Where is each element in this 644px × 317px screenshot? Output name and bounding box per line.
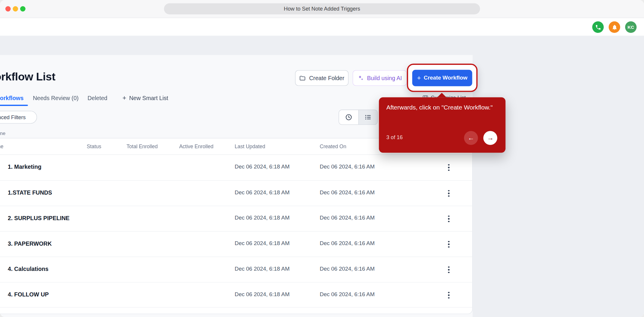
table-row[interactable]: 1. Marketing Dec 06 2024, 6:18 AM Dec 06… xyxy=(0,155,472,180)
app-window: How to Set Note Added Triggers KC Workfl… xyxy=(0,0,644,317)
table-row[interactable]: 4. FOLLOW UP Dec 06 2024, 6:18 AM Dec 06… xyxy=(0,282,472,308)
created-on: Dec 06 2024, 6:16 AM xyxy=(320,215,375,221)
phone-icon xyxy=(595,24,601,30)
table-footer-edge xyxy=(0,307,472,313)
table-row[interactable]: 1.STATE FUNDS Dec 06 2024, 6:18 AM Dec 0… xyxy=(0,180,472,206)
magic-wand-icon xyxy=(358,75,364,81)
avatar[interactable]: KC xyxy=(625,21,637,33)
column-header-last-updated: Last Updated xyxy=(235,144,265,150)
column-header-status: Status xyxy=(87,144,101,150)
screen: How to Set Note Added Triggers KC Workfl… xyxy=(0,0,644,317)
page-title: Workflow List xyxy=(0,71,55,83)
tab-workflows[interactable]: Workflows xyxy=(0,95,24,101)
column-header-active-enrolled: Active Enrolled xyxy=(179,144,214,150)
create-folder-button[interactable]: Create Folder xyxy=(295,70,348,86)
create-folder-label: Create Folder xyxy=(309,75,344,81)
table-body: 1. Marketing Dec 06 2024, 6:18 AM Dec 06… xyxy=(0,155,472,307)
last-updated: Dec 06 2024, 6:18 AM xyxy=(235,240,290,246)
tooltip-previous-button[interactable]: ← xyxy=(464,131,478,145)
workflow-name[interactable]: 4. Calculations xyxy=(8,266,48,272)
list-icon xyxy=(364,114,371,121)
create-workflow-button[interactable]: + Create Workflow xyxy=(412,70,472,86)
row-menu-button[interactable] xyxy=(443,188,454,199)
clock-icon xyxy=(345,114,352,121)
tutorial-tooltip: Afterwards, click on "Create Workflow." … xyxy=(379,97,506,153)
phone-button[interactable] xyxy=(592,21,604,33)
history-view-button[interactable] xyxy=(339,110,358,124)
created-on: Dec 06 2024, 6:16 AM xyxy=(320,240,375,246)
last-updated: Dec 06 2024, 6:18 AM xyxy=(235,266,290,272)
workflow-name[interactable]: 4. FOLLOW UP xyxy=(8,291,49,298)
new-smart-list-label: New Smart List xyxy=(129,95,168,101)
app-header: KC xyxy=(0,18,644,36)
bell-icon xyxy=(611,24,618,30)
close-window-button[interactable] xyxy=(5,6,11,11)
tooltip-text: Afterwards, click on "Create Workflow." xyxy=(386,104,497,112)
row-menu-button[interactable] xyxy=(443,289,454,301)
active-tab-underline xyxy=(0,105,28,106)
column-header-total-enrolled: Total Enrolled xyxy=(127,144,158,150)
tutorial-highlight-ring: + Create Workflow xyxy=(407,64,478,92)
fullscreen-window-button[interactable] xyxy=(20,6,26,11)
notifications-button[interactable] xyxy=(609,21,620,33)
created-on: Dec 06 2024, 6:16 AM xyxy=(320,266,375,272)
column-header-name: Name xyxy=(0,144,4,150)
tab-needs-review[interactable]: Needs Review (0) xyxy=(33,95,79,101)
window-titlebar: How to Set Note Added Triggers xyxy=(0,0,644,18)
workflow-name[interactable]: 2. SURPLUS PIPELINE xyxy=(8,215,70,221)
last-updated: Dec 06 2024, 6:18 AM xyxy=(235,163,290,170)
table-row[interactable]: 2. SURPLUS PIPELINE Dec 06 2024, 6:18 AM… xyxy=(0,206,472,231)
last-updated: Dec 06 2024, 6:18 AM xyxy=(235,189,290,195)
build-using-ai-label: Build using AI xyxy=(367,75,402,81)
column-header-created-on: Created On xyxy=(320,144,346,150)
plus-icon: + xyxy=(417,75,421,81)
list-view-button[interactable] xyxy=(358,110,377,124)
minimize-window-button[interactable] xyxy=(13,6,18,11)
tooltip-next-button[interactable]: → xyxy=(483,131,497,145)
search-by-name-fragment: ne xyxy=(0,131,6,136)
build-using-ai-button[interactable]: Build using AI xyxy=(353,70,407,86)
view-toggle-group xyxy=(339,109,378,125)
workflow-name[interactable]: 1.STATE FUNDS xyxy=(8,189,52,196)
created-on: Dec 06 2024, 6:16 AM xyxy=(320,163,375,170)
table-row[interactable]: 3. PAPERWORK Dec 06 2024, 6:18 AM Dec 06… xyxy=(0,231,472,257)
table-row[interactable]: 4. Calculations Dec 06 2024, 6:18 AM Dec… xyxy=(0,257,472,282)
row-menu-button[interactable] xyxy=(443,239,454,250)
tooltip-step-counter: 3 of 16 xyxy=(386,134,403,140)
row-menu-button[interactable] xyxy=(443,264,454,275)
row-menu-button[interactable] xyxy=(443,162,454,173)
created-on: Dec 06 2024, 6:16 AM xyxy=(320,291,375,297)
window-title: How to Set Note Added Triggers xyxy=(164,3,480,14)
workflow-name[interactable]: 3. PAPERWORK xyxy=(8,240,52,247)
plus-icon: + xyxy=(123,95,126,101)
last-updated: Dec 06 2024, 6:18 AM xyxy=(235,215,290,221)
row-menu-button[interactable] xyxy=(443,213,454,225)
new-smart-list-button[interactable]: + New Smart List xyxy=(123,95,168,101)
created-on: Dec 06 2024, 6:16 AM xyxy=(320,189,375,195)
folder-icon xyxy=(299,75,306,81)
create-workflow-label: Create Workflow xyxy=(424,75,467,81)
advanced-filters-button[interactable]: Advanced Filters xyxy=(0,111,37,124)
last-updated: Dec 06 2024, 6:18 AM xyxy=(235,291,290,297)
workflow-name[interactable]: 1. Marketing xyxy=(8,163,41,170)
workflow-table-card: Name Status Total Enrolled Active Enroll… xyxy=(0,138,473,314)
tooltip-arrow-up-icon xyxy=(437,93,446,97)
tab-deleted[interactable]: Deleted xyxy=(88,95,108,101)
